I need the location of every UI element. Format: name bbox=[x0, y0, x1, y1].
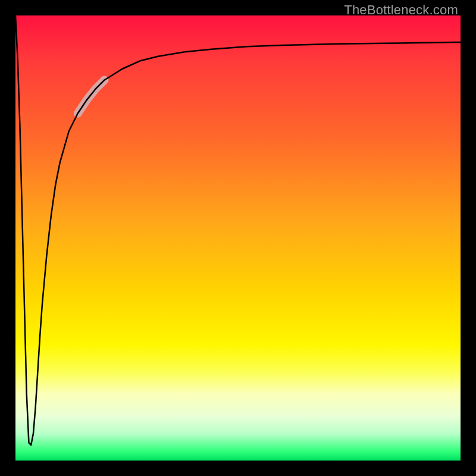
curve-layer bbox=[15, 15, 461, 461]
attribution-text: TheBottleneck.com bbox=[344, 2, 458, 18]
main-curve bbox=[15, 15, 461, 445]
plot-area bbox=[15, 15, 461, 461]
chart-frame: TheBottleneck.com bbox=[0, 0, 476, 476]
